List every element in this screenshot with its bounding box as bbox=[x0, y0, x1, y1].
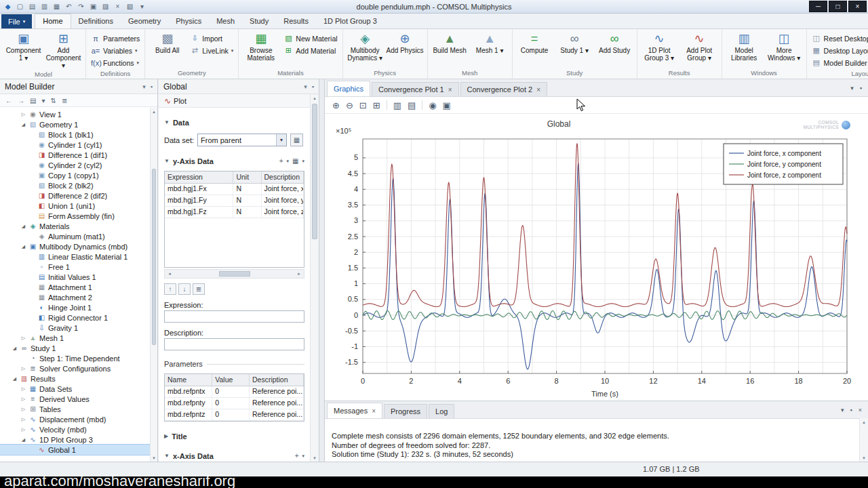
tab-progress[interactable]: Progress bbox=[384, 404, 427, 418]
expand-icon[interactable]: ▷ bbox=[20, 336, 26, 341]
tree-item-block-1-blk1[interactable]: ▧Block 1 (blk1) bbox=[0, 129, 150, 140]
tree-item-derived-values[interactable]: ▷≡Derived Values bbox=[0, 394, 150, 404]
scrollbar-thumb[interactable] bbox=[219, 271, 250, 277]
tree-item-linear-elastic-material-1[interactable]: ▥Linear Elastic Material 1 bbox=[0, 251, 150, 262]
forward-icon[interactable]: → bbox=[18, 97, 24, 104]
save-icon[interactable]: ▥ bbox=[40, 3, 49, 10]
tab-graphics[interactable]: Graphics bbox=[327, 81, 370, 96]
tree-item-attachment-1[interactable]: ▦Attachment 1 bbox=[0, 282, 150, 292]
paste-icon[interactable]: ▨ bbox=[101, 3, 110, 10]
chevron-down-icon[interactable]: ▾ bbox=[850, 85, 854, 92]
graphics-canvas[interactable]: COMSOL MULTIPHYSICS 02468101214161820-1.… bbox=[325, 115, 868, 401]
add-material-button[interactable]: ⊞Add Material bbox=[281, 45, 339, 56]
table-row[interactable]: mbd.refpntx0Reference poi... bbox=[165, 386, 304, 398]
print-icon[interactable]: ▧ bbox=[125, 3, 134, 10]
tree-item-mesh-1[interactable]: ▷▲Mesh 1 bbox=[0, 333, 150, 343]
save-as-icon[interactable]: ▦ bbox=[52, 3, 61, 10]
scroll-up-icon[interactable]: ▲ bbox=[311, 94, 319, 102]
dataset-combobox[interactable]: From parent ▼ bbox=[197, 134, 287, 146]
collapse-icon[interactable]: ◢ bbox=[20, 122, 26, 127]
tree-item-data-sets[interactable]: ▷▦Data Sets bbox=[0, 384, 150, 394]
chevron-down-icon[interactable]: ▾ bbox=[302, 159, 304, 164]
chevron-down-icon[interactable]: ▾ bbox=[287, 159, 290, 164]
model-tree-scrollbar[interactable]: ▲ ▼ bbox=[150, 108, 157, 462]
table-row[interactable]: mbd.hgj1.FxNJoint force, x bbox=[165, 184, 304, 195]
tree-item-gravity-1[interactable]: ⇩Gravity 1 bbox=[0, 323, 150, 333]
tree-item-attachment-2[interactable]: ▦Attachment 2 bbox=[0, 292, 150, 302]
add-physics-button[interactable]: ⊕Add Physics bbox=[386, 30, 425, 68]
x-axis-log-icon[interactable]: ▤ bbox=[408, 100, 416, 110]
scroll-right-icon[interactable]: ▸ bbox=[296, 271, 302, 277]
minimize-button[interactable]: ─ bbox=[809, 1, 827, 12]
pin-icon[interactable]: ▪ bbox=[312, 83, 314, 90]
tree-item-difference-2-dif2[interactable]: ◨Difference 2 (dif2) bbox=[0, 190, 150, 201]
tree-item-free-1[interactable]: ▫Free 1 bbox=[0, 262, 150, 272]
maximize-button[interactable]: □ bbox=[829, 1, 847, 12]
tab-log[interactable]: Log bbox=[429, 404, 454, 418]
close-icon[interactable]: × bbox=[536, 86, 540, 94]
table-row[interactable]: mbd.refpnty0Reference poi... bbox=[165, 398, 304, 409]
chevron-down-icon[interactable]: ▾ bbox=[41, 97, 45, 104]
close-icon[interactable]: × bbox=[859, 407, 862, 413]
scrollbar-thumb[interactable] bbox=[152, 169, 156, 345]
tree-item-study-1[interactable]: ◢∞Study 1 bbox=[0, 343, 150, 353]
ribbon-tab-mesh[interactable]: Mesh bbox=[209, 14, 242, 28]
ribbon-tab-1d-plot-group-3[interactable]: 1D Plot Group 3 bbox=[316, 14, 384, 28]
scrollbar-thumb[interactable] bbox=[312, 104, 317, 239]
customize-toolbar-icon[interactable]: ▾ bbox=[138, 3, 146, 10]
section-y-axis-data[interactable]: ▼ y-Axis Data + ▾ ▦ ▾ bbox=[159, 156, 310, 166]
tree-collapse-icon[interactable]: ▤ bbox=[30, 97, 36, 104]
tree-item-copy-1-copy1[interactable]: ▣Copy 1 (copy1) bbox=[0, 170, 150, 180]
import-button[interactable]: ⇩Import bbox=[188, 33, 235, 44]
scroll-down-icon[interactable]: ▼ bbox=[860, 454, 868, 462]
chevron-down-icon[interactable]: ▼ bbox=[276, 134, 286, 146]
file-menu-button[interactable]: File ▾ bbox=[1, 14, 32, 28]
reset-desktop-button[interactable]: ◫Reset Desktop bbox=[810, 33, 868, 44]
copy-icon[interactable]: ▣ bbox=[89, 3, 98, 10]
tree-item-solver-configurations[interactable]: ▷≣Solver Configurations bbox=[0, 363, 150, 373]
settings-scrollbar[interactable]: ▲ ▼ bbox=[310, 94, 319, 462]
expand-icon[interactable]: ▷ bbox=[20, 366, 26, 371]
variables-button[interactable]: a=Variables▾ bbox=[89, 45, 142, 56]
model-libraries-button[interactable]: ▥Model Libraries bbox=[725, 30, 764, 68]
expand-icon[interactable]: ▷ bbox=[20, 407, 26, 412]
collapse-icon[interactable]: ◢ bbox=[12, 346, 18, 351]
livelink-button[interactable]: ⇄LiveLink▾ bbox=[188, 45, 235, 56]
expand-icon[interactable]: ▷ bbox=[20, 417, 26, 422]
expand-icon[interactable]: ▷ bbox=[20, 386, 26, 392]
tree-item-difference-1-dif1[interactable]: ◨Difference 1 (dif1) bbox=[0, 150, 150, 160]
tab-convergence-plot-1[interactable]: Convergence Plot 1× bbox=[372, 82, 458, 96]
zoom-box-icon[interactable]: ⊡ bbox=[359, 100, 367, 110]
tree-item-1d-plot-group-3[interactable]: ◢∿1D Plot Group 3 bbox=[0, 434, 150, 445]
scroll-up-icon[interactable]: ▲ bbox=[860, 418, 868, 426]
functions-button[interactable]: f(x)Functions▾ bbox=[89, 57, 142, 68]
ribbon-tab-physics[interactable]: Physics bbox=[168, 14, 209, 28]
add-study-button[interactable]: ∞Add Study bbox=[595, 30, 634, 68]
tree-item-geometry-1[interactable]: ◢▧Geometry 1 bbox=[0, 119, 150, 129]
tree-item-view-1[interactable]: ▷◉View 1 bbox=[0, 109, 150, 119]
table-hscrollbar[interactable]: ◂ ▸ bbox=[164, 269, 304, 279]
tree-item-aluminum-mat1[interactable]: ◈Aluminum (mat1) bbox=[0, 231, 150, 241]
ribbon-tab-definitions[interactable]: Definitions bbox=[71, 14, 121, 28]
tree-item-block-2-blk2[interactable]: ▧Block 2 (blk2) bbox=[0, 180, 150, 190]
section-data[interactable]: ▼ Data bbox=[159, 117, 310, 127]
ribbon-tab-geometry[interactable]: Geometry bbox=[121, 14, 168, 28]
pin-icon[interactable]: ▪ bbox=[860, 85, 862, 92]
compute-button[interactable]: =Compute bbox=[515, 30, 554, 68]
delete-icon[interactable]: × bbox=[113, 3, 122, 10]
add-expression-button[interactable]: + bbox=[279, 157, 283, 165]
tab-convergence-plot-2[interactable]: Convergence Plot 2× bbox=[460, 82, 547, 96]
replace-expression-button[interactable]: ▦ bbox=[292, 157, 298, 165]
plot-button[interactable]: ∿ Plot bbox=[164, 96, 186, 106]
close-icon[interactable]: × bbox=[448, 86, 452, 94]
pin-icon[interactable]: ▪ bbox=[151, 83, 153, 90]
expand-icon[interactable]: ▷ bbox=[20, 112, 26, 117]
table-row[interactable]: mbd.refpntz0Reference poi... bbox=[165, 409, 304, 421]
pin-icon[interactable]: ▪ bbox=[850, 407, 852, 413]
tree-item-global-1[interactable]: ∿Global 1 bbox=[0, 445, 150, 455]
node-options-icon[interactable]: ≣ bbox=[62, 97, 67, 104]
component-1-button[interactable]: ▣Component 1 ▾ bbox=[4, 30, 43, 69]
scroll-left-icon[interactable]: ◂ bbox=[166, 271, 173, 277]
ribbon-tab-results[interactable]: Results bbox=[276, 14, 316, 28]
section-title[interactable]: ▶ Title bbox=[159, 431, 310, 441]
